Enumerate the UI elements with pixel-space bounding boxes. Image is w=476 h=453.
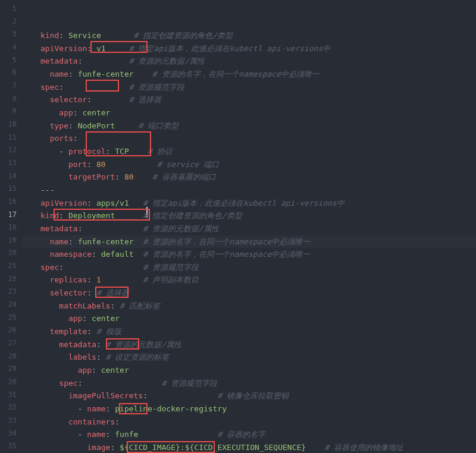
code-line[interactable]: kind: Service # 指定创建资源的角色/类型 xyxy=(40,29,476,42)
code-line[interactable]: template: # 模版 xyxy=(40,325,476,338)
fold-guide-icon: ⌄ xyxy=(12,273,15,279)
code-line[interactable]: apiVersion: apps/v1 # 指定api版本，此值必须在kubec… xyxy=(40,197,476,210)
code-line[interactable]: selector: # 选择器 xyxy=(40,93,476,106)
code-line[interactable]: spec: # 资源规范字段 xyxy=(40,81,476,94)
line-number: 35 xyxy=(0,440,17,453)
fold-guide-icon: ⌄ xyxy=(12,427,15,434)
code-line[interactable]: - name: pipeline-docker-registry xyxy=(40,402,476,416)
code-line[interactable]: apiVersion: v1 # 指定api版本，此值必须在kubectl ap… xyxy=(40,42,476,55)
code-line[interactable]: matchLabels: # 匹配标签 xyxy=(40,300,476,313)
fold-guide-icon: ⌄ xyxy=(12,234,15,241)
line-number: 23 xyxy=(0,285,17,298)
line-number: 15 xyxy=(0,183,17,196)
line-number: 4 xyxy=(0,41,17,54)
fold-guide-icon: ⌄ xyxy=(12,118,15,125)
code-line[interactable]: image: ${CICD_IMAGE}:${CICD_EXECUTION_SE… xyxy=(40,441,476,453)
code-line[interactable]: app: center xyxy=(40,364,476,377)
code-line[interactable]: --- xyxy=(40,184,476,197)
fold-guide-icon: ⌄ xyxy=(12,363,15,369)
code-line[interactable]: containers: xyxy=(40,416,476,429)
fold-guide-icon: ⌄ xyxy=(12,312,15,318)
line-number: 20 xyxy=(0,247,17,260)
fold-guide-icon: ⌄ xyxy=(12,2,15,9)
code-line[interactable]: name: funfe-center # 资源的名字，在同一个namespace… xyxy=(40,68,476,81)
line-number: 2 xyxy=(0,15,17,29)
code-line[interactable]: selector: # 选择器 xyxy=(40,287,476,300)
fold-guide-icon: ⌄ xyxy=(12,260,15,266)
fold-guide-icon: ⌄ xyxy=(12,28,15,34)
fold-guide-icon: ⌄ xyxy=(12,350,15,357)
fold-guide-icon: ⌄ xyxy=(12,196,15,202)
fold-guide-icon: ⌄ xyxy=(12,325,15,331)
code-line[interactable]: app: center xyxy=(40,312,476,325)
code-area[interactable]: kind: Service # 指定创建资源的角色/类型apiVersion: … xyxy=(23,0,476,453)
line-number: 18 xyxy=(0,221,17,234)
code-line[interactable]: type: NodePort # 端口类型 xyxy=(40,119,476,133)
fold-guide-icon: ⌄ xyxy=(12,401,15,408)
code-line[interactable]: metadata: # 资源的元数据/属性 xyxy=(40,338,476,351)
line-number: 27 xyxy=(0,337,17,350)
code-editor: 1234567891011121314151617181920212223242… xyxy=(0,0,476,453)
code-line[interactable]: app: center xyxy=(40,106,476,119)
line-number: 13 xyxy=(0,157,17,170)
line-number: 8 xyxy=(0,93,17,106)
code-line[interactable]: spec: # 资源规范字段 xyxy=(40,261,476,274)
code-line[interactable]: labels: # 设定资源的标签 xyxy=(40,351,476,364)
line-number: 12 xyxy=(0,144,17,157)
code-line[interactable]: metadata: # 资源的元数据/属性 xyxy=(40,222,476,235)
fold-guide-icon: ⌄ xyxy=(12,105,15,112)
fold-guide-icon: ⌄ xyxy=(12,54,15,61)
code-line[interactable]: targetPort: 80 # 容器暴露的端口 xyxy=(40,171,476,184)
line-number: 11 xyxy=(0,131,17,144)
code-line[interactable]: metadata: # 资源的元数据/属性 xyxy=(40,55,476,68)
code-line[interactable]: kind: Deployment # 指定创建资源的角色/类型 xyxy=(40,209,476,222)
code-line[interactable]: ports: xyxy=(40,132,476,145)
code-line[interactable]: replicas: 1 # 声明副本数目 xyxy=(40,273,476,287)
fold-guide-icon: ⌄ xyxy=(12,298,15,305)
code-line[interactable]: namespace: default # 资源的名字，在同一个namespace… xyxy=(40,248,476,261)
code-line[interactable]: port: 80 # service 端口 xyxy=(40,158,476,171)
code-line[interactable]: imagePullSecrets: # 镜像仓库拉取密钥 xyxy=(40,389,476,402)
line-number: 33 xyxy=(0,414,17,427)
fold-guide-icon: ⌄ xyxy=(12,170,15,177)
code-line[interactable]: spec: # 资源规范字段 xyxy=(40,377,476,390)
fold-guide-icon: ⌄ xyxy=(12,389,15,395)
fold-guide-icon: ⌄ xyxy=(12,67,15,73)
code-line[interactable]: name: funfe-center # 资源的名字，在同一个namespace… xyxy=(23,235,476,248)
line-number-gutter: 1234567891011121314151617181920212223242… xyxy=(0,0,23,453)
line-number: 7 xyxy=(0,80,17,93)
code-line[interactable]: - name: funfe # 容器的名字 xyxy=(40,428,476,441)
line-number: 17 xyxy=(0,209,17,222)
line-number: 30 xyxy=(0,376,17,389)
code-line[interactable]: - protocol: TCP # 协议 xyxy=(40,145,476,158)
